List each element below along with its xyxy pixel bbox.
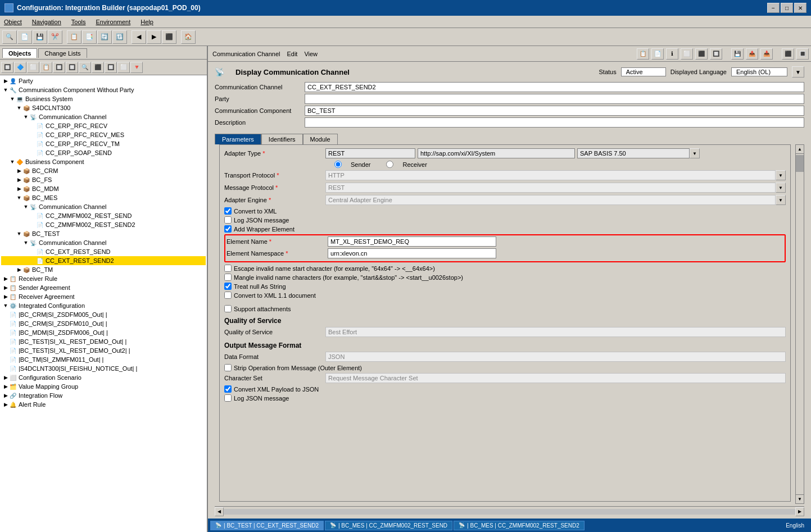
menu-navigation[interactable]: Navigation: [30, 18, 63, 26]
tree-node-sender-agr[interactable]: ▶ 📋 Sender Agreement: [1, 283, 206, 292]
cb-log-json-msg[interactable]: [224, 394, 232, 402]
right-tb-btn10[interactable]: ⬛: [782, 48, 794, 60]
element-namespace-input[interactable]: [328, 248, 496, 258]
maximize-button[interactable]: □: [781, 3, 793, 13]
adapter-engine-btn[interactable]: ▼: [776, 195, 786, 205]
cb-convert-xml-payload[interactable]: [224, 385, 232, 393]
right-tb-btn1[interactable]: 📋: [637, 48, 649, 60]
expand-value-mapping[interactable]: ▶: [2, 383, 9, 390]
tree-node-ic2[interactable]: 📄 |BC_CRM|SI_ZSDFM010_Out| |: [1, 319, 206, 328]
tree-node-config-scenario[interactable]: ▶ ⬜ Configuration Scenario: [1, 373, 206, 382]
radio-sender[interactable]: [334, 161, 342, 168]
expand-sender-agr[interactable]: ▶: [2, 284, 9, 291]
expand-biz-comp[interactable]: ▼: [9, 158, 16, 165]
toolbar-btn-5[interactable]: 📋: [67, 30, 81, 44]
form-field-cc[interactable]: [305, 82, 804, 92]
hscroll-track[interactable]: [224, 509, 795, 515]
tree-node-cc4[interactable]: 📄 CC_ERP_SOAP_SEND: [1, 148, 206, 157]
expand-receiver-agr[interactable]: ▶: [2, 293, 9, 300]
tab-change-lists[interactable]: Change Lists: [38, 48, 87, 58]
tab-module[interactable]: Module: [303, 134, 338, 144]
lang-btn[interactable]: ▼: [792, 66, 804, 78]
toolbar-btn-4[interactable]: ✂️: [48, 30, 62, 44]
expand-integrated-config[interactable]: ▼: [2, 302, 9, 309]
form-field-party[interactable]: [305, 94, 804, 104]
adapter-type-btn[interactable]: ▼: [690, 148, 700, 158]
tree-node-ic5[interactable]: 📄 |BC_TEST|SI_XL_REST_DEMO_Out2| |: [1, 346, 206, 355]
right-tb-btn2[interactable]: 📄: [651, 48, 664, 60]
tree-node-ic4[interactable]: 📄 |BC_TEST|SI_XL_REST_DEMO_Out| |: [1, 337, 206, 346]
cb-convert-xml[interactable]: [224, 207, 232, 215]
expand-config-scenario[interactable]: ▶: [2, 374, 9, 381]
expand-cc-mes[interactable]: ▼: [22, 203, 29, 210]
tree-node-cc-s4d[interactable]: ▼ 📡 Communication Channel: [1, 112, 206, 121]
minimize-button[interactable]: −: [767, 3, 780, 13]
cb-add-wrapper[interactable]: [224, 225, 232, 233]
expand-party[interactable]: ▶: [2, 78, 9, 84]
toolbar-btn-8[interactable]: 🔃: [112, 30, 127, 44]
expand-bc-tm[interactable]: ▶: [16, 266, 22, 273]
tree-area[interactable]: ▶ 👤 Party ▼ 🔧 Communication Component Wi…: [0, 75, 207, 532]
expand-cc-test[interactable]: ▼: [22, 239, 29, 246]
right-tb-btn7[interactable]: 💾: [731, 48, 744, 60]
scrollbar-up[interactable]: ▲: [796, 145, 804, 154]
right-tb-btn4[interactable]: ⬜: [681, 48, 693, 60]
expand-bc-fs[interactable]: ▶: [16, 176, 22, 183]
left-tb-extra2[interactable]: 🔲: [105, 62, 117, 73]
tree-node-biz-sys[interactable]: ▼ 💻 Business System: [1, 94, 206, 103]
toolbar-btn-2[interactable]: 📄: [17, 30, 32, 44]
tree-node-cc1[interactable]: 📄 CC_ERP_RFC_RECV: [1, 121, 206, 130]
tree-node-ic7[interactable]: 📄 |S4DCLNT300|SI_FEISHU_NOTICE_Out| |: [1, 364, 206, 373]
right-tb-btn11[interactable]: 🔳: [796, 48, 809, 60]
left-tb-refresh[interactable]: 📋: [40, 62, 52, 73]
transport-btn[interactable]: ▼: [776, 170, 786, 180]
tree-node-cc-test[interactable]: ▼ 📡 Communication Channel: [1, 238, 206, 247]
left-tb-extra3[interactable]: ⬜: [117, 62, 130, 73]
close-button[interactable]: ✕: [794, 3, 807, 13]
expand-bc-mes[interactable]: ▼: [16, 194, 22, 201]
toolbar-btn-forward[interactable]: ▶: [147, 30, 161, 44]
tree-node-cc-zmmfm2[interactable]: 📄 CC_ZMMFM002_REST_SEND2: [1, 220, 206, 229]
left-tb-search[interactable]: 🔍: [79, 62, 91, 73]
right-tb-btn8[interactable]: 📤: [746, 48, 758, 60]
tree-node-s4d[interactable]: ▼ 📦 S4DCLNT300: [1, 103, 206, 112]
adapter-type-input[interactable]: [325, 148, 415, 158]
expand-bc-test[interactable]: ▼: [16, 230, 22, 237]
tree-node-cc3[interactable]: 📄 CC_ERP_RFC_RECV_TM: [1, 139, 206, 148]
form-field-desc[interactable]: [305, 117, 804, 128]
expand-bc-crm[interactable]: ▶: [16, 167, 22, 174]
tree-node-ic6[interactable]: 📄 |BC_TM|SI_ZMMFM011_Out| |: [1, 355, 206, 364]
left-tb-delete[interactable]: 🔷: [14, 62, 26, 73]
left-tb-extra4[interactable]: 🔻: [130, 62, 143, 73]
tree-node-alert-rule[interactable]: ▶ 🔔 Alert Rule: [1, 400, 206, 409]
toolbar-btn-10[interactable]: 🏠: [181, 30, 196, 44]
cb-support-attach[interactable]: [224, 305, 232, 312]
cb-log-json[interactable]: [224, 216, 232, 224]
tree-node-ic1[interactable]: 📄 |BC_CRM|SI_ZSDFM005_Out| |: [1, 310, 206, 319]
tab-identifiers[interactable]: Identifiers: [261, 134, 303, 144]
tab-objects[interactable]: Objects: [2, 48, 37, 58]
expand-receiver-rule[interactable]: ▶: [2, 275, 9, 282]
tree-node-bc-mes[interactable]: ▼ 📦 BC_MES: [1, 193, 206, 202]
cb-mangle[interactable]: [224, 274, 232, 281]
menu-tools[interactable]: Tools: [70, 18, 88, 26]
scrollbar-thumb[interactable]: [796, 155, 804, 172]
menu-comm-channel[interactable]: Communication Channel: [210, 50, 282, 58]
toolbar-btn-1[interactable]: 🔍: [2, 30, 17, 44]
right-tb-btn6[interactable]: 🔲: [710, 48, 722, 60]
cb-treat-null[interactable]: [224, 283, 232, 290]
left-tb-filter[interactable]: ⬜: [27, 62, 39, 73]
right-tb-btn9[interactable]: 📥: [760, 48, 773, 60]
form-field-comp[interactable]: [305, 106, 804, 116]
tree-node-receiver-rule[interactable]: ▶ 📋 Receiver Rule: [1, 274, 206, 283]
hscroll-right[interactable]: ▶: [795, 507, 804, 516]
toolbar-btn-7[interactable]: 🔄: [97, 30, 112, 44]
expand-s4d[interactable]: ▼: [16, 104, 22, 111]
expand-integration-flow[interactable]: ▶: [2, 392, 9, 399]
right-tb-btn5[interactable]: ⬛: [695, 48, 708, 60]
tree-node-bc-mdm[interactable]: ▶ 📦 BC_MDM: [1, 184, 206, 193]
adapter-type-basis[interactable]: [577, 148, 690, 158]
tree-node-cc-zmmfm1[interactable]: 📄 CC_ZMMFM002_REST_SEND: [1, 211, 206, 220]
v-scrollbar[interactable]: ▲ ▼: [795, 144, 804, 504]
left-tb-extra1[interactable]: ⬛: [92, 62, 104, 73]
